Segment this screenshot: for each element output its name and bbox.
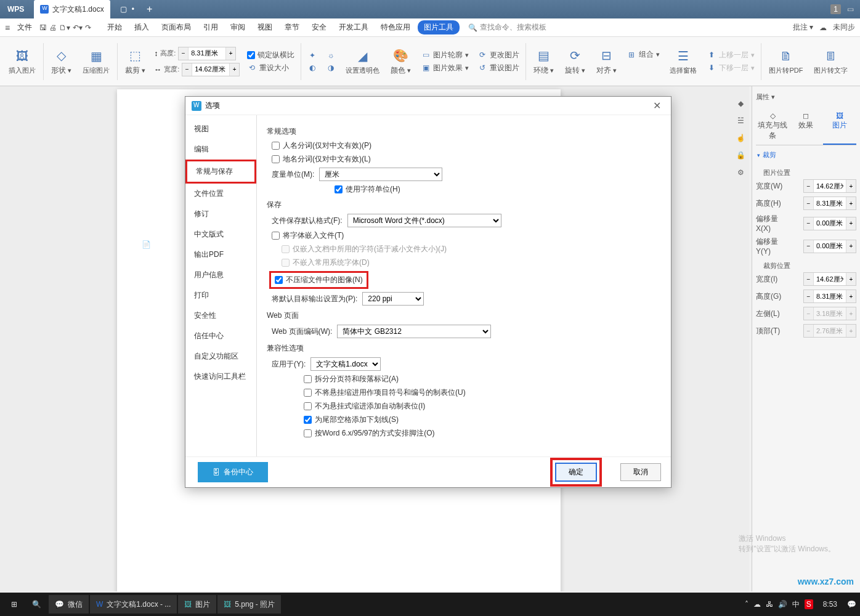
- tb-photo[interactable]: 🖼5.png - 照片: [217, 595, 281, 614]
- command-search[interactable]: 🔍 查找命令、搜索模板: [468, 22, 546, 33]
- rg-to-pdf[interactable]: 🗎 图片转PDF: [764, 37, 808, 86]
- inc-button[interactable]: +: [225, 47, 235, 60]
- dot-icon[interactable]: •: [132, 5, 134, 14]
- hamburger-icon[interactable]: ≡: [5, 23, 10, 33]
- menu-view[interactable]: 视图: [253, 20, 277, 35]
- rg-insert-pic[interactable]: 🖼 插入图片: [4, 37, 41, 86]
- backup-button[interactable]: 🗄 备份中心: [198, 462, 268, 482]
- rg-rotate[interactable]: ⟳ 旋转 ▾: [560, 37, 590, 86]
- web-enc-select[interactable]: 简体中文 GB2312: [337, 325, 491, 338]
- annotate-button[interactable]: 批注 ▾: [793, 22, 813, 33]
- side-pdf[interactable]: 输出PDF: [185, 245, 256, 265]
- side-general-save[interactable]: 常规与保存: [185, 160, 256, 184]
- width-spinner[interactable]: − +: [182, 63, 240, 76]
- chk-autotab[interactable]: 不为悬挂式缩进添加自动制表位(I): [304, 401, 425, 411]
- rg-wrap[interactable]: ▤ 环绕 ▾: [529, 37, 559, 86]
- menu-insert[interactable]: 插入: [129, 20, 154, 35]
- menu-pic-tools[interactable]: 图片工具: [418, 20, 460, 34]
- add-shadow-button[interactable]: ✦: [307, 51, 317, 60]
- height-input[interactable]: [189, 47, 225, 60]
- tb-pictures[interactable]: 🖼图片: [178, 595, 216, 614]
- side-revise[interactable]: 修订: [185, 204, 256, 224]
- tb-wechat[interactable]: 💬微信: [49, 595, 89, 614]
- ppi-select[interactable]: 220 ppi: [362, 292, 424, 306]
- tray-ime-icon[interactable]: 中: [792, 599, 800, 610]
- move-up-button[interactable]: ⬆上移一层 ▾: [707, 50, 755, 60]
- vt-lock-icon[interactable]: 🔒: [734, 149, 747, 161]
- sp-height-spinner[interactable]: −+: [803, 197, 856, 210]
- start-button[interactable]: ⊞: [4, 595, 25, 614]
- side-customize[interactable]: 自定义功能区: [185, 346, 256, 367]
- new-tab-button[interactable]: +: [147, 4, 152, 15]
- effect-button[interactable]: ▣图片效果 ▾: [421, 63, 469, 73]
- sp-offx-spinner[interactable]: −+: [803, 217, 856, 230]
- clock[interactable]: 8:53: [818, 600, 842, 609]
- tray-vol-icon[interactable]: 🔊: [778, 600, 787, 609]
- tb-wps[interactable]: W文字文稿1.docx - ...: [90, 595, 177, 614]
- undo-icon[interactable]: ↶▾: [73, 23, 83, 32]
- tray-cloud-icon[interactable]: ☁: [753, 600, 761, 609]
- chk-split[interactable]: 拆分分页符和段落标记(A): [304, 374, 399, 384]
- chk-hang[interactable]: 不将悬挂缩进用作项目符号和编号的制表位(U): [304, 387, 466, 398]
- side-security[interactable]: 安全性: [185, 306, 256, 326]
- crop-section-header[interactable]: 裁剪: [756, 145, 856, 164]
- reset-pic-button[interactable]: ↺重设图片: [477, 63, 519, 73]
- vt-pin-icon[interactable]: ◆: [734, 97, 747, 110]
- tab-effect[interactable]: ◻效果: [789, 108, 822, 145]
- other-button[interactable]: ◑: [326, 63, 336, 73]
- unit-select[interactable]: 厘米: [319, 168, 442, 181]
- search-taskbar[interactable]: 🔍: [26, 595, 47, 614]
- inc-button[interactable]: +: [229, 63, 239, 76]
- rg-compress[interactable]: ▦ 压缩图片: [78, 37, 115, 86]
- menu-dev[interactable]: 开发工具: [334, 20, 373, 35]
- menu-security[interactable]: 安全: [307, 20, 331, 35]
- cancel-button[interactable]: 取消: [620, 463, 661, 481]
- side-print[interactable]: 打印: [185, 285, 256, 306]
- reset-size-button[interactable]: ⟲重设大小: [247, 63, 294, 73]
- lock-ratio-checkbox[interactable]: 锁定纵横比: [247, 50, 294, 60]
- rg-transparency[interactable]: ◢ 设置透明色: [341, 37, 384, 86]
- menu-ref[interactable]: 引用: [198, 20, 223, 35]
- maximize-icon[interactable]: ▭: [847, 5, 854, 14]
- rg-crop[interactable]: ⬚ 裁剪 ▾: [120, 37, 150, 86]
- side-view[interactable]: 视图: [185, 119, 256, 139]
- tab-fill[interactable]: ◇填充与线条: [756, 108, 789, 145]
- dec-button[interactable]: −: [182, 63, 192, 76]
- move-down-button[interactable]: ⬇下移一层 ▾: [707, 63, 755, 73]
- apply-select[interactable]: 文字文稿1.docx: [310, 357, 381, 371]
- document-tab[interactable]: 文字文稿1.docx: [34, 0, 110, 18]
- menu-chapter[interactable]: 章节: [280, 20, 304, 35]
- chk-char-unit[interactable]: 使用字符单位(H): [335, 184, 400, 195]
- change-pic-button[interactable]: ⟳更改图片: [477, 50, 519, 60]
- tray-sogou-icon[interactable]: S: [805, 599, 813, 609]
- sp-width-spinner[interactable]: −+: [803, 179, 856, 193]
- tray-net-icon[interactable]: 🖧: [766, 600, 773, 609]
- close-button[interactable]: ✕: [649, 100, 665, 111]
- save-icon[interactable]: 🖫: [39, 23, 47, 32]
- rg-align[interactable]: ⊟ 对齐 ▾: [591, 37, 622, 86]
- sp-cw-spinner[interactable]: −+: [803, 272, 856, 286]
- margin-indicator-icon[interactable]: 📄: [142, 240, 151, 249]
- chk-embed[interactable]: 将字体嵌入文件(T): [272, 230, 344, 241]
- menu-feature[interactable]: 特色应用: [376, 20, 415, 35]
- chk-word6[interactable]: 按Word 6.x/95/97的方式安排脚注(O): [304, 428, 434, 439]
- chk-trail[interactable]: 为尾部空格添加下划线(S): [304, 415, 399, 425]
- height-spinner[interactable]: − +: [178, 47, 236, 60]
- notif-icon[interactable]: 💬: [847, 600, 856, 609]
- def-fmt-select[interactable]: Microsoft Word 文件(*.docx): [347, 214, 501, 227]
- outline-button[interactable]: ▭图片轮廓 ▾: [421, 50, 469, 60]
- menu-start[interactable]: 开始: [102, 20, 127, 35]
- brightness-button[interactable]: ☼: [326, 51, 336, 60]
- chk-no-compress[interactable]: 不压缩文件中的图像(N): [275, 275, 363, 285]
- tray-up-icon[interactable]: ˄: [745, 600, 748, 609]
- side-chinese[interactable]: 中文版式: [185, 224, 256, 245]
- tab-pic[interactable]: 🖼图片: [823, 108, 856, 145]
- width-input[interactable]: [192, 63, 229, 76]
- cloud-sync-icon[interactable]: ☁: [819, 23, 827, 32]
- rg-to-text[interactable]: 🗏 图片转文字: [809, 37, 853, 86]
- contrast-button[interactable]: ◐: [307, 63, 317, 73]
- side-file-loc[interactable]: 文件位置: [185, 184, 256, 204]
- print-icon[interactable]: 🖨: [49, 23, 57, 32]
- rg-color[interactable]: 🎨 颜色 ▾: [386, 37, 416, 86]
- menu-review[interactable]: 审阅: [225, 20, 250, 35]
